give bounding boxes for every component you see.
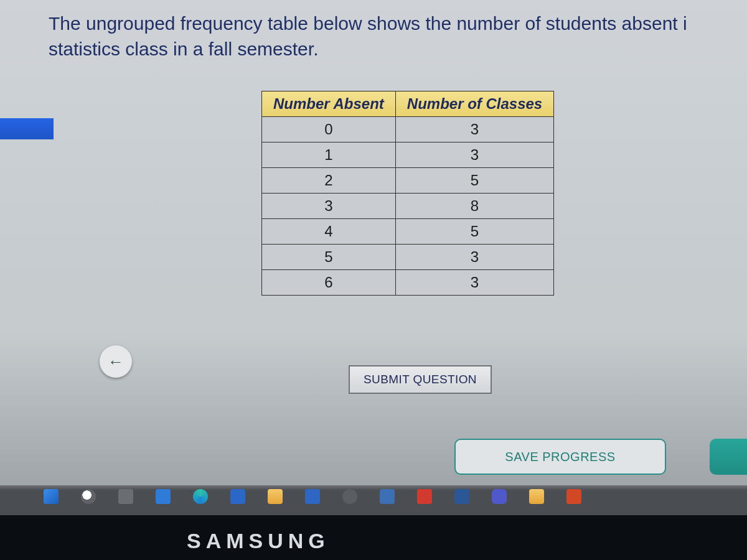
security-icon[interactable]: [380, 489, 395, 504]
edge-icon[interactable]: [193, 489, 208, 504]
table-header-classes: Number of Classes: [395, 91, 553, 117]
next-button-partial[interactable]: [710, 439, 747, 475]
cell-absent: 1: [262, 142, 396, 168]
save-progress-button[interactable]: SAVE PROGRESS: [454, 439, 666, 475]
arrow-left-icon: ←: [108, 352, 124, 371]
word-icon[interactable]: [454, 489, 469, 504]
table-row: 1 3: [262, 142, 554, 168]
cell-absent: 2: [262, 168, 396, 194]
settings-icon[interactable]: [342, 489, 357, 504]
table-row: 5 3: [262, 245, 554, 270]
table-row: 4 5: [262, 219, 554, 245]
question-prompt: The ungrouped frequency table below show…: [49, 11, 741, 62]
monitor-brand-label: SAMSUNG: [187, 529, 330, 553]
cell-absent: 5: [262, 245, 396, 270]
cell-absent: 6: [262, 270, 396, 296]
cell-absent: 3: [262, 194, 396, 219]
table-header-absent: Number Absent: [262, 91, 396, 117]
photos-icon[interactable]: [305, 489, 320, 504]
store-icon[interactable]: [230, 489, 245, 504]
windows-taskbar[interactable]: [0, 485, 747, 515]
cell-classes: 3: [395, 142, 553, 168]
table-row: 6 3: [262, 270, 554, 296]
task-view-icon[interactable]: [118, 489, 133, 504]
cell-absent: 4: [262, 219, 396, 245]
cell-classes: 3: [395, 245, 553, 270]
cell-classes: 5: [395, 168, 553, 194]
powerpoint-icon[interactable]: [566, 489, 581, 504]
cell-absent: 0: [262, 117, 396, 142]
cell-classes: 3: [395, 270, 553, 296]
windows-start-icon[interactable]: [44, 489, 59, 504]
folder-icon[interactable]: [529, 489, 544, 504]
cell-classes: 3: [395, 117, 553, 142]
teams-icon[interactable]: [492, 489, 507, 504]
previous-button[interactable]: ←: [100, 345, 132, 378]
table-row: 2 5: [262, 168, 554, 194]
submit-question-button[interactable]: SUBMIT QUESTION: [349, 365, 492, 394]
table-row: 3 8: [262, 194, 554, 219]
pdf-icon[interactable]: [417, 489, 432, 504]
frequency-table: Number Absent Number of Classes 0 3 1 3 …: [261, 91, 554, 296]
cell-classes: 8: [395, 194, 553, 219]
table-row: 0 3: [262, 117, 554, 142]
file-explorer-icon[interactable]: [268, 489, 283, 504]
cell-classes: 5: [395, 219, 553, 245]
search-icon[interactable]: [81, 489, 96, 504]
mail-icon[interactable]: [156, 489, 171, 504]
monitor-bezel: [0, 515, 747, 560]
selection-highlight-bar: [0, 118, 54, 139]
